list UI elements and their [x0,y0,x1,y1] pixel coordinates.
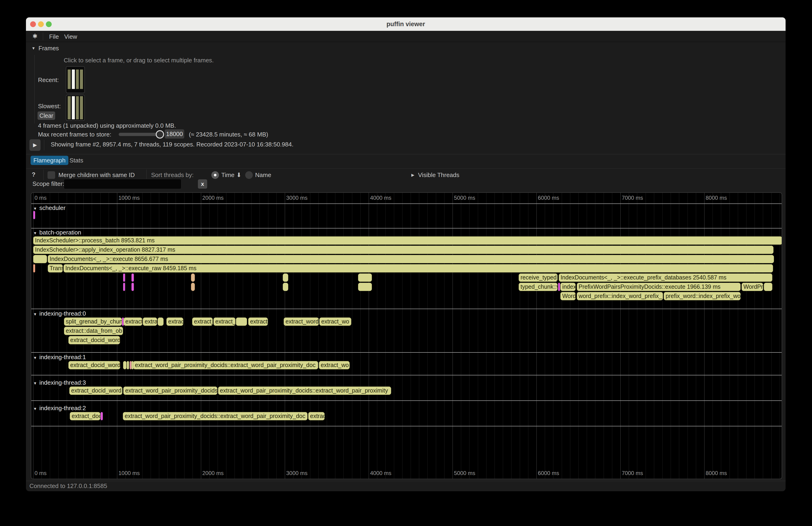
scope-bar[interactable]: PrefixWordPairsProximityDocids::execute … [577,283,741,291]
scope-bar[interactable]: extract_word_pair_proximity_docids [123,386,217,395]
slider-knob[interactable] [156,130,164,138]
frames-collapse-icon[interactable]: ▼ [31,46,35,51]
scope-bar[interactable] [283,274,288,282]
scope-bar[interactable] [358,283,372,291]
app-asterisk-icon[interactable]: ✱ [32,33,38,40]
thread-section-header-indexing-thread:0[interactable]: ▼indexing-thread:0 [33,310,86,317]
scope-bar[interactable]: extract_docid_word [69,386,122,395]
scope-bar[interactable] [191,283,195,291]
help-button[interactable]: ? [32,171,35,178]
scope-bar[interactable]: extract_word_pair_proximity_docids::extr… [218,386,391,395]
scope-bar[interactable] [131,274,134,282]
scope-bar[interactable] [131,283,134,291]
scope-bar[interactable] [191,274,195,282]
sort-threads-label: Sort threads by: [151,172,194,179]
gridline [536,193,537,479]
scope-bar[interactable] [236,318,247,326]
gridline [234,193,235,479]
scope-bar[interactable] [33,255,47,263]
scope-bar[interactable]: split_grenad_by_chun [64,318,122,326]
max-frames-slider[interactable] [119,133,163,136]
scope-bar[interactable]: extract [124,318,142,326]
scope-bar[interactable]: extract_word_pair_proximity_docids::extr… [133,361,318,369]
scope-bar[interactable]: extract_ [214,318,235,326]
scope-bar[interactable]: Trans [48,264,63,273]
scope-bar[interactable]: extrac [308,412,325,420]
axis-tick-label: 8000 ms [706,195,727,201]
scope-bar[interactable]: extract [248,318,268,326]
max-frames-value[interactable]: 18000 [165,129,184,138]
menu-view[interactable]: View [64,33,77,40]
scope-bar[interactable]: IndexScheduler>::apply_index_operation 8… [33,246,773,254]
gridline [184,193,185,479]
gridline [159,193,159,479]
frame-bar [80,96,83,119]
scope-bar[interactable]: word_prefix::index_word_prefix_ [577,292,663,300]
gridline [402,193,403,479]
slowest-frames-thumbnail[interactable] [66,95,85,121]
scope-bar[interactable] [764,283,772,291]
gridline [444,193,445,479]
flamegraph-panel[interactable]: 0 ms0 ms1000 ms1000 ms2000 ms2000 ms3000… [31,192,782,479]
gridline [612,193,612,479]
merge-children-checkbox[interactable] [47,171,55,179]
scope-bar[interactable]: extra [143,318,157,326]
axis-tick-label: 3000 ms [286,470,307,477]
scope-bar[interactable]: Word [560,292,576,300]
thread-section-header-indexing-thread:2[interactable]: ▼indexing-thread:2 [33,405,86,412]
clear-button[interactable]: Clear [38,112,55,120]
sort-time-radio[interactable] [211,171,219,179]
scope-bar[interactable] [558,283,560,291]
clear-filter-button[interactable]: x [198,179,207,189]
scope-bar[interactable]: extract_docid_word [68,336,120,344]
scope-bar[interactable]: WordPr [742,283,763,291]
scope-bar[interactable] [123,274,125,282]
scope-bar[interactable]: extract_word_pair_proximity_docids::extr… [123,412,307,420]
scope-bar[interactable]: index [560,283,576,291]
scope-bar[interactable]: IndexScheduler>::process_batch 8953.821 … [33,236,782,245]
scope-bar[interactable]: typed_chunk::w [519,283,557,291]
scope-bar[interactable]: extract_ [192,318,213,326]
visible-threads-expand-icon[interactable]: ▶ [411,173,414,177]
menu-file[interactable]: File [49,33,59,40]
scope-bar[interactable]: receive_typed_ [519,274,557,282]
scope-bar[interactable] [123,361,126,369]
gridline [637,193,637,479]
scope-filter-input[interactable] [64,179,182,189]
sort-name-radio[interactable] [245,171,253,179]
scope-bar[interactable]: extract_wo [319,361,350,369]
scope-bar[interactable]: prefix_word::index_prefix_wo [664,292,741,300]
scope-bar[interactable] [123,283,125,291]
thread-section-header-indexing-thread:3[interactable]: ▼indexing-thread:3 [33,379,86,386]
play-button[interactable]: ▶ [29,139,41,151]
thread-section-header-scheduler[interactable]: ▼scheduler [33,204,66,211]
scope-bar[interactable]: extrac [166,318,183,326]
visible-threads-header[interactable]: Visible Threads [418,172,459,179]
scope-bar[interactable]: IndexDocuments<_, _>::execute_prefix_dat… [559,274,772,282]
sort-direction-arrow-icon[interactable]: ⬇ [236,172,242,179]
scope-bar[interactable]: extract::data_from_ob [64,327,123,335]
scope-bar[interactable]: extract_doc [70,412,100,420]
scope-bar[interactable]: extract_wo [319,318,351,326]
scope-bar[interactable]: extract_word [284,318,319,326]
scope-bar[interactable]: IndexDocuments<_, _>::execute_raw 8459.1… [63,264,773,273]
gridline [377,193,377,479]
scope-bar[interactable] [158,318,164,326]
scope-bar[interactable] [33,211,35,219]
tab-stats[interactable]: Stats [67,156,86,165]
scope-bar[interactable] [283,283,288,291]
scope-bar[interactable] [127,361,129,369]
scope-bar[interactable] [33,264,35,273]
gridline [620,193,621,479]
tab-flamegraph[interactable]: Flamegraph [31,156,68,165]
recent-frames-thumbnail[interactable] [66,66,85,93]
scope-bar[interactable]: IndexDocuments<_, _>::execute 8656.677 m… [48,255,774,263]
scope-bar[interactable] [101,412,103,420]
thread-section-header-batch-operation[interactable]: ▼batch-operation [33,229,81,236]
scope-bar[interactable]: extract_docid_word [68,361,120,369]
gridline [192,193,193,479]
frames-header[interactable]: Frames [39,45,59,52]
thread-section-header-indexing-thread:1[interactable]: ▼indexing-thread:1 [33,354,86,361]
scope-bar[interactable] [358,274,372,282]
gridline [318,193,319,479]
